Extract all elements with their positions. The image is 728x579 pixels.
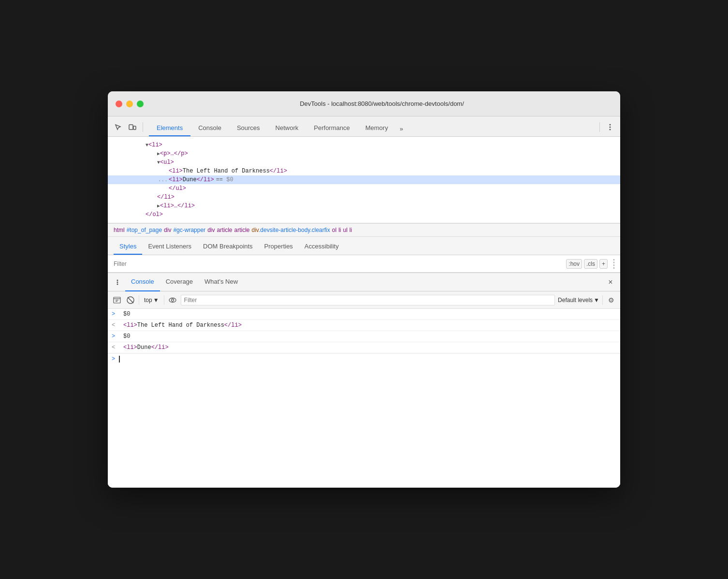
tab-elements[interactable]: Elements — [149, 120, 190, 136]
console-levels-dropdown[interactable]: Default levels ▼ — [558, 297, 599, 304]
console-row: > $0 — [108, 331, 620, 342]
breadcrumb-item-li2[interactable]: li — [349, 227, 352, 233]
device-toolbar-icon[interactable] — [126, 121, 139, 133]
tab-memory[interactable]: Memory — [358, 120, 396, 136]
breadcrumb-item-li1[interactable]: li — [338, 227, 341, 233]
cls-button[interactable]: .cls — [584, 259, 597, 269]
tab-more-button[interactable]: » — [396, 121, 407, 136]
breadcrumb-item-html[interactable]: html — [114, 227, 125, 233]
drawer-tab-whats-new[interactable]: What's New — [199, 273, 244, 291]
dom-line[interactable]: ▼<ul> — [108, 158, 620, 167]
filter-bar: :hov .cls + — [108, 255, 620, 273]
main-content: ▼<li> ▶<p>…</p> ▼<ul> <li>The Left Hand … — [108, 137, 620, 488]
breadcrumb-item-div2[interactable]: div — [207, 227, 215, 233]
svg-point-15 — [171, 299, 174, 301]
drawer-tabs: Console Coverage What's New — [125, 273, 605, 291]
dom-line[interactable]: ▶<p>…</p> — [108, 149, 620, 158]
new-style-rule-placeholder — [613, 259, 614, 269]
drawer-menu-icon[interactable] — [112, 276, 123, 288]
tab-sources[interactable]: Sources — [229, 120, 268, 136]
style-panel-tabs: Styles Event Listeners DOM Breakpoints P… — [108, 237, 620, 255]
svg-rect-1 — [133, 126, 136, 130]
console-filter-input[interactable] — [181, 295, 555, 305]
console-divider3 — [602, 295, 603, 305]
breadcrumb-item-div1[interactable]: div — [164, 227, 171, 233]
console-divider — [139, 295, 139, 305]
breadcrumb-item-ol[interactable]: ol — [332, 227, 336, 233]
elements-panel: ▼<li> ▶<p>…</p> ▼<ul> <li>The Left Hand … — [108, 137, 620, 223]
devtools-window: DevTools - localhost:8080/web/tools/chro… — [108, 91, 620, 488]
dom-line[interactable]: </ul> — [108, 184, 620, 193]
eye-icon[interactable] — [167, 295, 178, 305]
close-button[interactable] — [116, 101, 122, 107]
console-output: > $0 < <li>The Left Hand of Darkness</li… — [108, 309, 620, 488]
breadcrumb-item-top-of-page[interactable]: #top_of_page — [127, 227, 162, 233]
dom-line[interactable]: </li> — [108, 193, 620, 202]
minimize-button[interactable] — [126, 101, 133, 107]
style-tab-styles[interactable]: Styles — [114, 239, 142, 255]
tab-console[interactable]: Console — [190, 120, 229, 136]
toolbar-left — [112, 121, 145, 136]
svg-rect-0 — [129, 125, 133, 130]
traffic-lights — [116, 101, 144, 107]
inspect-icon[interactable] — [112, 121, 124, 133]
tab-performance[interactable]: Performance — [306, 120, 357, 136]
tab-network[interactable]: Network — [268, 120, 306, 136]
filter-actions: :hov .cls + — [566, 259, 614, 269]
breadcrumb-item-gc-wrapper[interactable]: #gc-wrapper — [173, 227, 205, 233]
svg-point-3 — [610, 127, 611, 128]
console-row: > $0 — [108, 309, 620, 320]
console-settings-icon[interactable]: ⚙ — [606, 295, 616, 305]
breadcrumb-item-ul[interactable]: ul — [343, 227, 347, 233]
drawer-tab-coverage[interactable]: Coverage — [160, 273, 199, 291]
console-context-select[interactable]: top ▼ — [142, 296, 161, 304]
console-divider2 — [164, 295, 164, 305]
dom-line[interactable]: ▶<li>…</li> — [108, 202, 620, 210]
console-toolbar: top ▼ Default levels ▼ ⚙ — [108, 291, 620, 309]
drawer-tab-bar: Console Coverage What's New × — [108, 273, 620, 291]
breadcrumb-item-div-class[interactable]: div.devsite-article-body.clearfix — [252, 227, 330, 233]
dom-line[interactable]: <li>The Left Hand of Darkness</li> — [108, 167, 620, 175]
svg-point-2 — [610, 124, 611, 126]
style-tab-properties[interactable]: Properties — [259, 239, 299, 255]
console-input-arrow: > — [112, 311, 119, 318]
console-row: < <li>The Left Hand of Darkness</li> — [108, 320, 620, 331]
svg-point-6 — [117, 281, 118, 283]
console-output-arrow: < — [112, 322, 119, 329]
svg-point-4 — [610, 129, 611, 130]
window-title: DevTools - localhost:8080/web/tools/chro… — [151, 100, 612, 107]
breadcrumb-item-article2[interactable]: article — [234, 227, 249, 233]
console-input-row[interactable]: > — [108, 353, 620, 364]
main-tabs: Elements Console Sources Network Perform… — [149, 120, 407, 136]
clear-console-icon[interactable] — [112, 295, 122, 305]
more-options-icon[interactable] — [604, 121, 616, 133]
bottom-drawer: Console Coverage What's New × — [108, 273, 620, 488]
maximize-button[interactable] — [137, 101, 144, 107]
style-tab-dom-breakpoints[interactable]: DOM Breakpoints — [197, 239, 259, 255]
toolbar-divider — [143, 122, 143, 132]
breadcrumb: html #top_of_page div #gc-wrapper div ar… — [108, 223, 620, 237]
style-tab-accessibility[interactable]: Accessibility — [299, 239, 345, 255]
main-tab-bar: Elements Console Sources Network Perform… — [108, 116, 620, 137]
add-style-button[interactable]: + — [599, 259, 608, 269]
console-cursor — [119, 356, 120, 362]
breadcrumb-item-article1[interactable]: article — [217, 227, 232, 233]
dom-line[interactable]: ▼<li> — [108, 141, 620, 149]
toolbar-divider-right — [599, 122, 600, 132]
filter-input[interactable] — [114, 261, 566, 267]
hov-button[interactable]: :hov — [566, 259, 582, 269]
drawer-close-button[interactable]: × — [605, 276, 616, 288]
svg-point-5 — [117, 279, 118, 281]
stop-icon[interactable] — [125, 295, 136, 305]
drawer-tab-console[interactable]: Console — [125, 273, 160, 291]
style-tab-event-listeners[interactable]: Event Listeners — [142, 239, 197, 255]
console-row: < <li>Dune</li> — [108, 342, 620, 353]
dom-line-selected[interactable]: ... <li>Dune</li> == $0 — [108, 175, 620, 184]
console-output-arrow2: < — [112, 344, 119, 351]
toolbar-right — [597, 121, 616, 136]
dom-line[interactable]: </ol> — [108, 210, 620, 219]
svg-line-13 — [128, 297, 133, 303]
svg-point-7 — [117, 283, 118, 285]
title-bar: DevTools - localhost:8080/web/tools/chro… — [108, 91, 620, 116]
console-prompt: > — [112, 356, 115, 362]
